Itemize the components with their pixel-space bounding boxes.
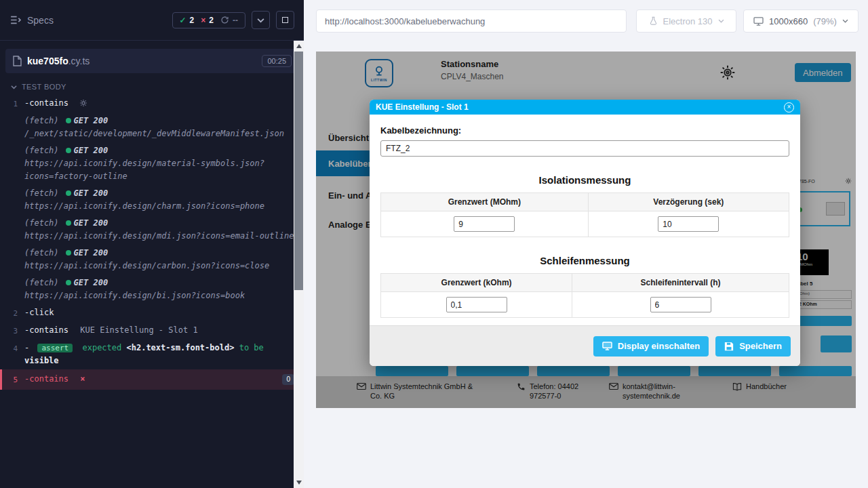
- modal-header: KUE Einstellung - Slot 1 ×: [370, 100, 800, 115]
- display-on-button[interactable]: Display einschalten: [593, 336, 709, 357]
- network-log-row[interactable]: (fetch)GET 200 https://api.iconify.desig…: [0, 215, 304, 245]
- scroll-up-arrow[interactable]: [294, 41, 304, 51]
- column-header: Grenzwert (MOhm): [381, 193, 589, 211]
- match-count-badge: 0: [282, 374, 294, 385]
- chevron-down-icon: [11, 85, 17, 89]
- duration-badge: 00:25: [262, 55, 292, 67]
- request-url: https://api.iconify.design/material-symb…: [24, 157, 294, 183]
- cable-name-label: Kabelbezeichnung:: [380, 125, 789, 136]
- stop-icon: [282, 17, 288, 23]
- scrollbar-thumb[interactable]: [294, 52, 303, 290]
- modal-body: Kabelbezeichnung: Isolationsmessung Gren…: [370, 115, 800, 325]
- failed-stat: ×2: [201, 16, 214, 25]
- assert-state: visible: [24, 356, 59, 365]
- command-argument: KUE Einstellung - Slot 1: [80, 325, 197, 335]
- save-button[interactable]: Speichern: [715, 336, 791, 357]
- fetch-tag: (fetch): [24, 248, 59, 258]
- modal-footer: Display einschalten Speichern: [370, 325, 800, 366]
- cross-icon: ×: [201, 16, 205, 25]
- loop-table: Grenzwert (kOhm) Schleifenintervall (h): [380, 273, 789, 318]
- network-log-row[interactable]: (fetch)GET 200 /_next/static/development…: [0, 113, 304, 142]
- fetch-tag: (fetch): [24, 146, 59, 155]
- request-url: https://api.iconify.design/carbon.json?i…: [24, 260, 294, 272]
- request-url: https://api.iconify.design/mdi.json?icon…: [24, 230, 294, 243]
- preview-pane: Electron 130 1000x660 (79%) LITTWIN Stat…: [304, 0, 868, 488]
- status-dot: [66, 190, 71, 196]
- url-input[interactable]: [325, 16, 618, 26]
- specs-link[interactable]: Specs: [27, 15, 54, 26]
- column-header: Grenzwert (kOhm): [381, 274, 572, 292]
- loop-limit-input[interactable]: [446, 297, 507, 312]
- command-row[interactable]: 2 click: [0, 304, 304, 322]
- network-log-row[interactable]: (fetch)GET 200 https://api.iconify.desig…: [0, 185, 304, 215]
- command-name: contains: [24, 98, 68, 108]
- reporter-scrollbar[interactable]: [294, 41, 304, 488]
- fail-x-icon: ×: [80, 374, 85, 384]
- iso-limit-input[interactable]: [454, 216, 515, 232]
- request-url: https://api.iconify.design/charm.json?ic…: [24, 200, 294, 213]
- pending-count: --: [233, 16, 238, 25]
- http-status: GET 200: [74, 218, 108, 228]
- url-bar: [316, 9, 627, 33]
- status-dot: [66, 148, 71, 153]
- save-icon: [724, 342, 734, 351]
- specs-icon[interactable]: [9, 14, 21, 26]
- failed-count: 2: [209, 16, 214, 25]
- fetch-tag: (fetch): [24, 116, 59, 125]
- command-name: contains: [24, 374, 68, 384]
- viewport-select[interactable]: 1000x660 (79%): [743, 9, 859, 33]
- http-status: GET 200: [74, 146, 108, 155]
- assert-subject: <h2.text-sm.font-bold>: [126, 343, 234, 352]
- options-gear-icon: [79, 99, 87, 107]
- network-log-row[interactable]: (fetch)GET 200 https://api.iconify.desig…: [0, 245, 304, 274]
- file-icon: [12, 56, 22, 66]
- command-row[interactable]: 3 contains KUE Einstellung - Slot 1: [0, 322, 304, 340]
- failed-command-row[interactable]: 5 contains × 0: [0, 369, 304, 390]
- network-log-row[interactable]: (fetch)GET 200 https://api.iconify.desig…: [0, 274, 304, 304]
- network-log-row[interactable]: (fetch)GET 200 https://api.iconify.desig…: [0, 142, 304, 185]
- viewport-zoom: (79%): [813, 16, 837, 26]
- check-icon: ✓: [180, 16, 186, 25]
- column-header: Schleifenintervall (h): [572, 274, 789, 292]
- request-url: https://api.iconify.design/bi.json?icons…: [24, 289, 294, 302]
- fetch-tag: (fetch): [24, 278, 59, 287]
- command-name: contains: [24, 325, 68, 335]
- command-log: 1 contains (fetch)GET 200 /_next/static/…: [0, 95, 304, 390]
- cable-name-input[interactable]: [380, 140, 789, 157]
- close-icon[interactable]: ×: [784, 102, 794, 113]
- stop-button[interactable]: [276, 11, 294, 29]
- browser-select[interactable]: Electron 130: [636, 9, 736, 33]
- passed-count: 2: [190, 16, 195, 25]
- collapse-button[interactable]: [252, 11, 270, 29]
- http-status: GET 200: [74, 248, 108, 258]
- chevron-down-icon: [257, 18, 264, 23]
- app-under-test: LITTWIN Stationsname CPLV4_Maschen Abmel…: [316, 52, 856, 408]
- modal-title: KUE Einstellung - Slot 1: [376, 102, 784, 112]
- status-dot: [66, 280, 71, 285]
- http-status: GET 200: [74, 278, 108, 287]
- browser-name: Electron 130: [663, 16, 713, 26]
- isolation-table: Grenzwert (MOhm) Verzögerung (sek): [380, 192, 789, 237]
- flask-icon: [649, 16, 658, 26]
- assert-row[interactable]: 4 assert expected <h2.text-sm.font-bold>…: [0, 340, 304, 369]
- command-row[interactable]: 1 contains: [0, 95, 304, 113]
- status-dot: [66, 118, 71, 123]
- refresh-icon: [220, 16, 229, 24]
- spec-name: kue705fo.cy.ts: [27, 56, 262, 66]
- assert-expected: expected: [82, 343, 121, 352]
- pending-stat: --: [220, 16, 238, 25]
- chevron-down-icon: [718, 19, 724, 23]
- spec-file[interactable]: kue705fo.cy.ts 00:25: [5, 49, 298, 73]
- display-icon: [602, 342, 612, 350]
- kue-settings-modal: KUE Einstellung - Slot 1 × Kabelbezeichn…: [370, 100, 800, 366]
- reporter-header: Specs ✓2 ×2 --: [0, 0, 304, 41]
- scroll-down-arrow[interactable]: [294, 478, 304, 487]
- test-body-header[interactable]: TEST BODY: [0, 76, 304, 95]
- status-dot: [66, 220, 71, 226]
- viewport-size: 1000x660: [769, 16, 808, 26]
- isolation-section-title: Isolationsmessung: [380, 174, 789, 186]
- fetch-tag: (fetch): [24, 188, 59, 198]
- iso-delay-input[interactable]: [658, 216, 719, 232]
- assert-badge: assert: [37, 344, 73, 352]
- loop-interval-input[interactable]: [650, 297, 711, 312]
